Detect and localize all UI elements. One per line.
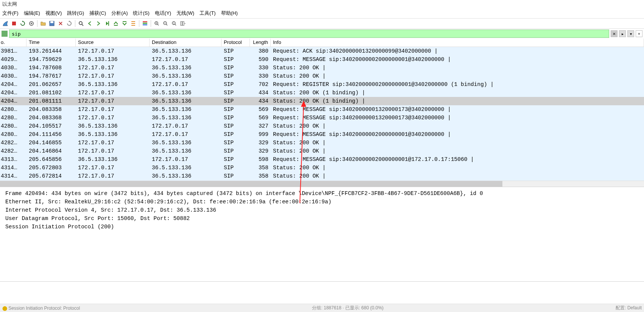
- column-time[interactable]: Time: [27, 39, 76, 47]
- menu-item-3[interactable]: 跳转(G): [67, 10, 84, 17]
- svg-line-14: [157, 24, 159, 25]
- filter-apply-button[interactable]: ▸: [619, 30, 626, 37]
- svg-rect-11: [143, 23, 147, 24]
- filter-clear-button[interactable]: ✕: [611, 30, 617, 37]
- svg-rect-24: [182, 22, 184, 25]
- colorize-button[interactable]: [141, 20, 149, 27]
- display-filter-input[interactable]: [9, 30, 609, 38]
- packet-row[interactable]: 4314…205.672803172.17.0.1736.5.133.136SI…: [0, 164, 644, 172]
- go-last-button[interactable]: [121, 20, 128, 27]
- tree-item[interactable]: Internet Protocol Version 4, Src: 172.17…: [5, 206, 639, 214]
- menu-item-0[interactable]: 文件(F): [2, 10, 19, 17]
- packet-row[interactable]: 3981…193.261444172.17.0.1736.5.133.136SI…: [0, 47, 644, 55]
- horizontal-scrollbar[interactable]: [0, 181, 644, 187]
- packet-row[interactable]: 4313…205.64585636.5.133.136172.17.0.17SI…: [0, 155, 644, 164]
- resize-columns-button[interactable]: [179, 20, 187, 27]
- column-no[interactable]: o.: [0, 39, 27, 47]
- svg-text:1: 1: [173, 22, 175, 25]
- menu-item-7[interactable]: 电话(Y): [155, 10, 171, 17]
- menu-item-10[interactable]: 帮助(H): [221, 10, 238, 17]
- svg-line-21: [175, 24, 176, 25]
- svg-rect-23: [181, 22, 182, 25]
- packet-row[interactable]: 4280…204.083368172.17.0.1736.5.133.136SI…: [0, 114, 644, 122]
- auto-scroll-button[interactable]: [129, 20, 137, 27]
- stop-capture-button[interactable]: [10, 20, 18, 27]
- column-protocol[interactable]: Protocol: [221, 39, 250, 47]
- go-first-button[interactable]: [112, 20, 120, 27]
- go-forward-button[interactable]: [95, 20, 102, 27]
- packet-row[interactable]: 4204…201.06265736.5.133.136172.17.0.17SI…: [0, 80, 644, 89]
- packet-row[interactable]: 4282…204.146864172.17.0.1736.5.133.136SI…: [0, 147, 644, 155]
- zoom-in-button[interactable]: [153, 20, 161, 27]
- toolbar-separator: [37, 20, 37, 27]
- packet-row[interactable]: 4030…194.787608172.17.0.1736.5.133.136SI…: [0, 64, 644, 72]
- status-left: ⬤ Session Initiation Protocol: Protocol: [2, 306, 80, 311]
- svg-line-6: [82, 24, 83, 26]
- packet-row[interactable]: 4280…204.10551736.5.133.136172.17.0.17SI…: [0, 122, 644, 130]
- packet-row[interactable]: 4029…194.75962936.5.133.136172.17.0.17SI…: [0, 55, 644, 64]
- zoom-reset-button[interactable]: 1: [170, 20, 178, 27]
- packet-row[interactable]: 4030…194.787617172.17.0.1736.5.133.136SI…: [0, 72, 644, 80]
- tree-item[interactable]: User Datagram Protocol, Src Port: 15060,…: [5, 214, 639, 223]
- menu-item-2[interactable]: 视图(V): [45, 10, 62, 17]
- toolbar-separator: [75, 20, 75, 27]
- tree-item[interactable]: Session Initiation Protocol (200): [5, 223, 639, 231]
- column-info[interactable]: Info: [271, 39, 644, 47]
- menu-bar: 文件(F)编辑(E)视图(V)跳转(G)捕获(C)分析(A)统计(S)电话(Y)…: [0, 8, 644, 18]
- menu-item-9[interactable]: 工具(T): [200, 10, 216, 17]
- menu-item-5[interactable]: 分析(A): [111, 10, 128, 17]
- packet-row[interactable]: 4314…205.672814172.17.0.1736.5.133.136SI…: [0, 172, 644, 180]
- filter-recent-button[interactable]: ▾: [627, 30, 634, 37]
- column-source[interactable]: Source: [76, 39, 150, 47]
- svg-rect-4: [50, 21, 53, 23]
- tree-item[interactable]: Ethernet II, Src: RealtekU_29:16:c2 (52:…: [5, 198, 639, 206]
- capture-options-button[interactable]: [28, 20, 35, 27]
- svg-point-2: [31, 23, 32, 24]
- jump-to-button[interactable]: [103, 20, 111, 27]
- packet-list-header[interactable]: o. Time Source Destination Protocol Leng…: [0, 39, 644, 47]
- packet-row[interactable]: 4204…201.081102172.17.0.1736.5.133.136SI…: [0, 89, 644, 97]
- packet-list-pane: o. Time Source Destination Protocol Leng…: [0, 39, 644, 187]
- window-title: 以太网: [0, 0, 644, 8]
- svg-rect-0: [12, 22, 16, 25]
- svg-rect-10: [143, 21, 147, 22]
- find-button[interactable]: [77, 20, 85, 27]
- menu-item-1[interactable]: 编辑(E): [24, 10, 40, 17]
- column-destination[interactable]: Destination: [150, 39, 221, 47]
- packet-row[interactable]: 4280…204.083358172.17.0.1736.5.133.136SI…: [0, 105, 644, 114]
- open-file-button[interactable]: [39, 20, 47, 27]
- packet-row[interactable]: 4204…201.081111172.17.0.1736.5.133.136SI…: [0, 97, 644, 105]
- column-length[interactable]: Length: [250, 39, 271, 47]
- toolbar-separator: [151, 20, 151, 27]
- go-back-button[interactable]: [86, 20, 94, 27]
- menu-item-8[interactable]: 无线(W): [176, 10, 194, 17]
- svg-rect-12: [143, 24, 147, 25]
- horizontal-scrollbar-thumb[interactable]: [0, 181, 502, 187]
- shark-fin-icon[interactable]: [2, 20, 9, 27]
- bookmark-icon[interactable]: [2, 31, 8, 37]
- status-right: 配置: Default: [616, 305, 642, 311]
- menu-item-6[interactable]: 统计(S): [133, 10, 149, 17]
- packet-list[interactable]: 3981…193.261444172.17.0.1736.5.133.136SI…: [0, 47, 644, 187]
- filter-bar: ✕ ▸ ▾ +: [0, 29, 644, 39]
- packet-details-pane[interactable]: Frame 420494: 434 bytes on wire (3472 bi…: [0, 187, 644, 282]
- toolbar-separator: [139, 20, 139, 27]
- zoom-out-button[interactable]: [162, 20, 169, 27]
- svg-point-5: [79, 22, 82, 25]
- restart-capture-button[interactable]: [19, 20, 27, 27]
- save-file-button[interactable]: [48, 20, 56, 27]
- close-file-button[interactable]: [57, 20, 64, 27]
- main-toolbar: 1: [0, 18, 644, 29]
- status-mid: 分组: 1887618 · 已显示: 680 (0.0%): [312, 305, 384, 311]
- reload-button[interactable]: [65, 20, 73, 27]
- packet-row[interactable]: 4282…204.146855172.17.0.1736.5.133.136SI…: [0, 139, 644, 147]
- tree-item[interactable]: Frame 420494: 434 bytes on wire (3472 bi…: [5, 189, 639, 198]
- status-bar: ⬤ Session Initiation Protocol: Protocol …: [0, 304, 644, 312]
- packet-row[interactable]: 4280…204.11145636.5.133.136172.17.0.17SI…: [0, 130, 644, 139]
- filter-add-button[interactable]: +: [636, 30, 642, 37]
- svg-line-18: [166, 24, 167, 25]
- menu-item-4[interactable]: 捕获(C): [89, 10, 106, 17]
